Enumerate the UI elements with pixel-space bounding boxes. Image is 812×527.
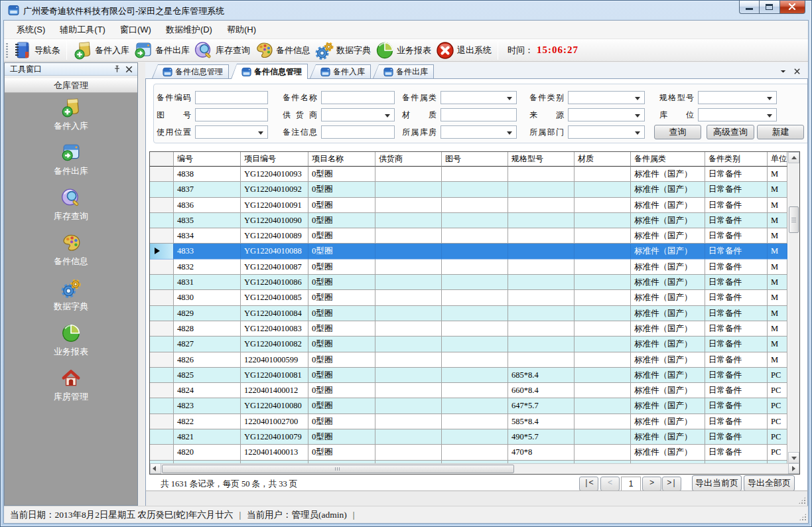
row-selector-cell[interactable] — [150, 445, 174, 460]
menu-item[interactable]: 辅助工具(T) — [52, 21, 113, 38]
sidebar-item-report[interactable]: 业务报表 — [5, 323, 137, 368]
toolbar-button-data-dict[interactable]: 数据字典 — [312, 40, 373, 61]
scroll-down-button[interactable] — [788, 452, 799, 463]
splitter[interactable] — [138, 62, 145, 506]
field-input[interactable] — [321, 125, 395, 139]
table-row[interactable]: 4832YG122040100870型圈标准件（国产）日常备件M — [150, 260, 788, 275]
sidebar-item-parts-info[interactable]: 备件信息 — [5, 232, 137, 277]
toolbar-button-parts-info[interactable]: 备件信息 — [252, 40, 312, 61]
page-number-box[interactable]: 1 — [621, 477, 641, 490]
sidebar-item-warehouse[interactable]: 库房管理 — [5, 368, 137, 413]
horizontal-scroll-thumb[interactable] — [162, 465, 514, 473]
export-current-page-button[interactable]: 导出当前页 — [692, 475, 742, 490]
row-selector-cell[interactable] — [150, 228, 174, 244]
table-row[interactable]: 4829YG122040100840型圈标准件（国产）日常备件M — [150, 306, 788, 321]
vertical-scrollbar[interactable] — [788, 152, 799, 463]
sidebar-item-parts-in[interactable]: 备件入库 — [5, 97, 137, 142]
toolbar-button-stock-query[interactable]: 库存查询 — [192, 40, 252, 61]
field-select[interactable] — [568, 125, 645, 139]
table-row[interactable]: 4836YG122040100910型圈标准件（国产）日常备件M — [150, 198, 788, 213]
sidebar-item-stock-query[interactable]: 库存查询 — [5, 187, 137, 232]
grid-header-7[interactable]: 备件属类 — [631, 152, 705, 167]
minimize-button[interactable] — [739, 1, 760, 14]
titlebar[interactable]: 广州爱奇迪软件科技有限公司-深田之星仓库管理系统 — [1, 1, 811, 20]
first-page-button[interactable]: |< — [579, 477, 598, 490]
row-selector-cell[interactable] — [150, 244, 174, 259]
table-row[interactable]: 4827YG122040100820型圈标准件（国产）日常备件M — [150, 337, 788, 352]
tab-3[interactable]: 备件出库 — [373, 64, 434, 78]
grid-header-9[interactable]: 单位 — [768, 152, 787, 167]
table-row[interactable]: 4831YG122040100860型圈标准件（国产）日常备件M — [150, 275, 788, 290]
row-selector-cell[interactable] — [150, 414, 174, 429]
row-selector-cell[interactable] — [150, 398, 174, 414]
grid-header-1[interactable]: 项目编号 — [241, 152, 308, 167]
table-row[interactable]: 4838YG122040100930型圈标准件（国产）日常备件M — [150, 167, 788, 182]
tab-1[interactable]: 备件信息管理 — [231, 64, 308, 79]
sidebar-item-data-dict[interactable]: 数据字典 — [5, 277, 137, 323]
next-page-button[interactable]: > — [642, 477, 661, 490]
table-row[interactable]: 4828YG122040100830型圈标准件（国产）日常备件M — [150, 321, 788, 337]
row-selector-cell[interactable] — [150, 260, 174, 275]
grid-header-8[interactable]: 备件类别 — [705, 152, 768, 167]
last-page-button[interactable]: >| — [662, 477, 681, 490]
export-all-pages-button[interactable]: 导出全部页 — [744, 475, 795, 490]
new-button[interactable]: 新建 — [757, 125, 804, 139]
table-row[interactable]: 482012204014000130型圈470*8标准件（国产）日常备件PC — [150, 445, 788, 460]
scroll-right-button[interactable] — [788, 463, 799, 474]
toolbar-button-report[interactable]: 业务报表 — [373, 40, 433, 61]
row-selector-cell[interactable] — [150, 321, 174, 337]
field-select[interactable] — [440, 125, 517, 139]
x-icon[interactable] — [793, 67, 801, 76]
field-input[interactable] — [440, 108, 517, 121]
row-selector-cell[interactable] — [150, 383, 174, 398]
menu-item[interactable]: 数据维护(D) — [159, 21, 220, 38]
table-row[interactable]: 4823YG122040100800型圈647*5.7标准件（国产）日常备件PC — [150, 398, 788, 414]
horizontal-scrollbar[interactable] — [150, 463, 799, 474]
table-row[interactable]: 4821YG122040100790型圈490*5.7标准件（国产）日常备件PC — [150, 429, 788, 445]
menu-item[interactable]: 系统(S) — [9, 21, 52, 38]
field-select[interactable] — [698, 91, 777, 104]
close-panel-icon[interactable] — [124, 64, 134, 74]
toolbar-button-exit[interactable]: 退出系统 — [433, 40, 494, 61]
row-selector-cell[interactable] — [150, 275, 174, 290]
grid-header-2[interactable]: 项目名称 — [308, 152, 375, 167]
row-selector-cell[interactable] — [150, 337, 174, 352]
row-selector-cell[interactable] — [150, 429, 174, 445]
maximize-button[interactable] — [760, 1, 780, 14]
field-select[interactable] — [440, 91, 517, 104]
table-row[interactable]: 4834YG122040100890型圈标准件（国产）日常备件M — [150, 228, 788, 244]
row-selector-cell[interactable] — [150, 352, 174, 368]
field-select[interactable] — [568, 108, 645, 121]
table-row[interactable]: 482612204010005990型圈标准件（国产）日常备件M — [150, 352, 788, 368]
table-row[interactable]: 4835YG122040100900型圈标准件（国产）日常备件M — [150, 213, 788, 228]
toolbar-grip[interactable] — [6, 43, 8, 58]
close-button[interactable] — [780, 1, 805, 14]
prev-page-button[interactable]: < — [600, 477, 620, 490]
table-row[interactable]: 482412204014000120型圈660*8.4标准件（国产）日常备件PC — [150, 383, 788, 398]
pin-icon[interactable] — [112, 64, 122, 74]
menu-item[interactable]: 窗口(W) — [113, 21, 159, 38]
toolbar-button-parts-in[interactable]: 备件入库 — [71, 40, 131, 61]
row-selector-cell[interactable] — [150, 167, 174, 182]
toolbar-button-parts-out[interactable]: 备件出库 — [131, 40, 192, 61]
tab-0[interactable]: 备件信息管理 — [152, 64, 229, 78]
table-row[interactable]: 4837YG122040100920型圈标准件（国产）日常备件M — [150, 182, 788, 197]
query-button[interactable]: 查询 — [654, 125, 701, 139]
scroll-left-button[interactable] — [150, 463, 161, 474]
row-selector-cell[interactable] — [150, 290, 174, 305]
field-select[interactable] — [698, 108, 777, 121]
field-input[interactable] — [195, 91, 268, 104]
row-selector-cell[interactable] — [150, 182, 174, 197]
grid-header-5[interactable]: 规格型号 — [508, 152, 575, 167]
field-select[interactable] — [195, 125, 268, 139]
grid-header-6[interactable]: 材质 — [575, 152, 631, 167]
toolbar-button-navigator[interactable]: 导航条 — [11, 40, 62, 61]
field-select[interactable] — [321, 108, 395, 121]
table-row[interactable]: 4830YG122040100850型圈标准件（国产）日常备件M — [150, 290, 788, 305]
row-selector-cell[interactable] — [150, 368, 174, 383]
sidebar-item-parts-out[interactable]: 备件出库 — [5, 142, 137, 187]
row-selector-cell[interactable] — [150, 306, 174, 321]
scroll-up-button[interactable] — [788, 152, 799, 163]
field-input[interactable] — [321, 91, 395, 104]
grid-header-3[interactable]: 供货商 — [375, 152, 442, 167]
